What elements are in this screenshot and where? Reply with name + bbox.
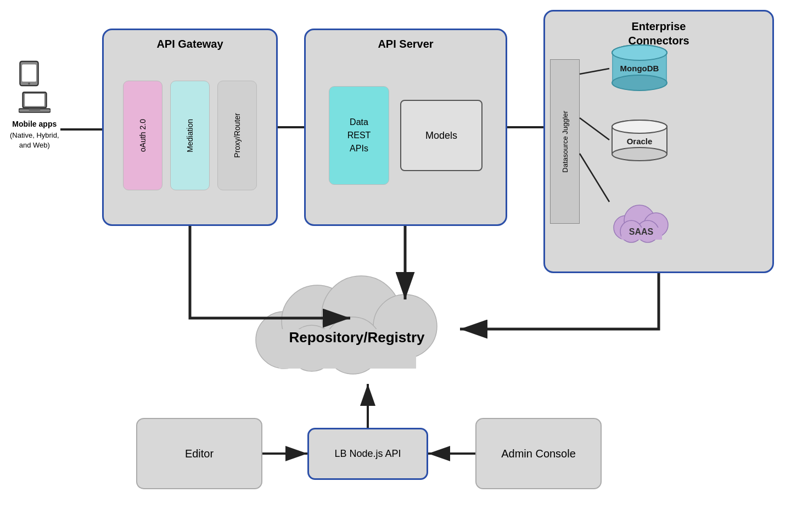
svg-rect-10 (666, 53, 667, 83)
api-gateway-title: API Gateway (104, 30, 276, 55)
api-server-box: API Server DataRESTAPIs Models (304, 29, 507, 226)
lb-node-box: LB Node.js API (307, 428, 428, 480)
models-label: Models (425, 130, 457, 142)
api-server-title: API Server (306, 30, 506, 55)
models-box: Models (400, 100, 483, 171)
svg-rect-1 (22, 64, 36, 81)
svg-point-19 (612, 120, 667, 133)
datasource-label: Datasource Juggler (561, 111, 569, 173)
api-gateway-box: API Gateway oAuth 2.0 Mediation Proxy/Ro… (102, 29, 278, 226)
mediation-box: Mediation (170, 81, 210, 190)
datasource-juggler: Datasource Juggler (550, 59, 580, 224)
enterprise-title: EnterpriseConnectors (545, 12, 772, 48)
svg-text:SAAS: SAAS (629, 227, 654, 236)
server-components: DataRESTAPIs Models (306, 55, 506, 216)
data-rest-label: DataRESTAPIs (347, 116, 371, 155)
svg-point-2 (28, 83, 30, 85)
mediation-label: Mediation (186, 119, 194, 152)
svg-text:Oracle: Oracle (627, 137, 653, 146)
saas-connector: SAAS (607, 192, 672, 241)
lb-node-label: LB Node.js API (334, 448, 401, 460)
admin-console-label: Admin Console (501, 448, 576, 460)
svg-point-12 (612, 45, 667, 60)
repository-label: Repository/Registry (231, 329, 483, 346)
tablet-icon (19, 60, 40, 87)
laptop-icon (19, 91, 51, 114)
mobile-icon-group (19, 60, 51, 114)
proxy-box: Proxy/Router (217, 81, 257, 190)
gateway-components: oAuth 2.0 Mediation Proxy/Router (104, 55, 276, 216)
oracle-connector: Oracle (609, 118, 670, 167)
oauth-label: oAuth 2.0 (138, 119, 147, 152)
mobile-apps-label: Mobile apps (12, 120, 57, 128)
proxy-label: Proxy/Router (233, 113, 242, 158)
editor-box: Editor (136, 418, 262, 489)
svg-point-11 (612, 75, 667, 90)
editor-label: Editor (185, 448, 214, 460)
mobile-apps-section: Mobile apps (Native, Hybrid,and Web) (10, 60, 59, 150)
svg-text:MongoDB: MongoDB (620, 64, 659, 73)
admin-console-box: Admin Console (475, 418, 602, 489)
svg-point-18 (612, 148, 667, 161)
mobile-apps-sublabel: (Native, Hybrid,and Web) (10, 131, 59, 150)
data-rest-box: DataRESTAPIs (329, 86, 389, 185)
repository-cloud (240, 258, 460, 384)
svg-rect-9 (612, 53, 613, 83)
svg-rect-6 (29, 109, 40, 111)
oauth-box: oAuth 2.0 (123, 81, 162, 190)
svg-rect-4 (25, 94, 44, 106)
mongodb-connector: MongoDB (609, 44, 670, 93)
diagram-container: Mobile apps (Native, Hybrid,and Web) API… (0, 0, 791, 532)
